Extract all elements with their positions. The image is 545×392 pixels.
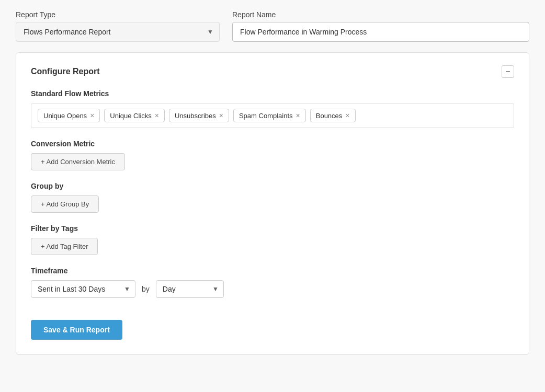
remove-bounces-button[interactable]: × (345, 112, 349, 119)
group-by-section: Group by + Add Group By (31, 182, 514, 213)
report-type-field: Report Type Flows Performance Report ▼ (16, 10, 220, 42)
filter-by-tags-label: Filter by Tags (31, 224, 514, 233)
add-conversion-metric-button[interactable]: + Add Conversion Metric (31, 153, 125, 170)
timeframe-section: Timeframe Sent in Last 30 Days Sent in L… (31, 267, 514, 298)
remove-unsubscribes-button[interactable]: × (219, 112, 223, 119)
metric-tag-unique-clicks: Unique Clicks × (104, 109, 165, 122)
save-run-report-button[interactable]: Save & Run Report (31, 320, 122, 340)
timeframe-row: Sent in Last 30 Days Sent in Last 7 Days… (31, 280, 514, 298)
standard-flow-metrics-label: Standard Flow Metrics (31, 89, 514, 98)
report-type-select-wrapper: Flows Performance Report ▼ (16, 22, 220, 42)
add-tag-filter-button[interactable]: + Add Tag Filter (31, 238, 98, 255)
filter-by-tags-section: Filter by Tags + Add Tag Filter (31, 224, 514, 255)
metrics-tags-container: Unique Opens × Unique Clicks × Unsubscri… (31, 103, 514, 128)
report-config-row: Report Type Flows Performance Report ▼ R… (16, 10, 529, 42)
metric-tag-unsubscribes: Unsubscribes × (169, 109, 229, 122)
metric-tag-unique-clicks-label: Unique Clicks (110, 112, 151, 120)
timeframe-granularity-select[interactable]: Day Hour Week Month (156, 280, 224, 298)
report-type-label: Report Type (16, 10, 220, 19)
remove-unique-opens-button[interactable]: × (90, 112, 94, 119)
timeframe-period-select[interactable]: Sent in Last 30 Days Sent in Last 7 Days… (31, 280, 135, 298)
remove-unique-clicks-button[interactable]: × (155, 112, 159, 119)
configure-report-header: Configure Report − (31, 65, 514, 78)
metric-tag-unsubscribes-label: Unsubscribes (175, 112, 216, 120)
conversion-metric-section: Conversion Metric + Add Conversion Metri… (31, 140, 514, 170)
add-group-by-button[interactable]: + Add Group By (31, 195, 99, 213)
timeframe-granularity-wrapper: Day Hour Week Month ▼ (156, 280, 224, 298)
by-label: by (142, 285, 150, 293)
metric-tag-bounces: Bounces × (310, 109, 356, 122)
metric-tag-spam-complaints: Spam Complaints × (233, 109, 306, 122)
report-name-label: Report Name (232, 10, 529, 19)
conversion-metric-label: Conversion Metric (31, 140, 514, 148)
timeframe-period-wrapper: Sent in Last 30 Days Sent in Last 7 Days… (31, 280, 135, 298)
report-name-input[interactable] (232, 22, 529, 42)
configure-report-panel: Configure Report − Standard Flow Metrics… (16, 52, 529, 355)
timeframe-label: Timeframe (31, 267, 514, 275)
report-name-field: Report Name (232, 10, 529, 42)
configure-report-title: Configure Report (31, 67, 100, 76)
metric-tag-spam-complaints-label: Spam Complaints (239, 112, 293, 120)
metric-tag-unique-opens-label: Unique Opens (43, 112, 87, 120)
standard-flow-metrics-section: Standard Flow Metrics Unique Opens × Uni… (31, 89, 514, 128)
report-type-select[interactable]: Flows Performance Report (16, 22, 220, 42)
metric-tag-bounces-label: Bounces (316, 112, 343, 120)
remove-spam-complaints-button[interactable]: × (296, 112, 300, 119)
collapse-button[interactable]: − (502, 65, 514, 78)
group-by-label: Group by (31, 182, 514, 190)
metric-tag-unique-opens: Unique Opens × (38, 109, 100, 122)
